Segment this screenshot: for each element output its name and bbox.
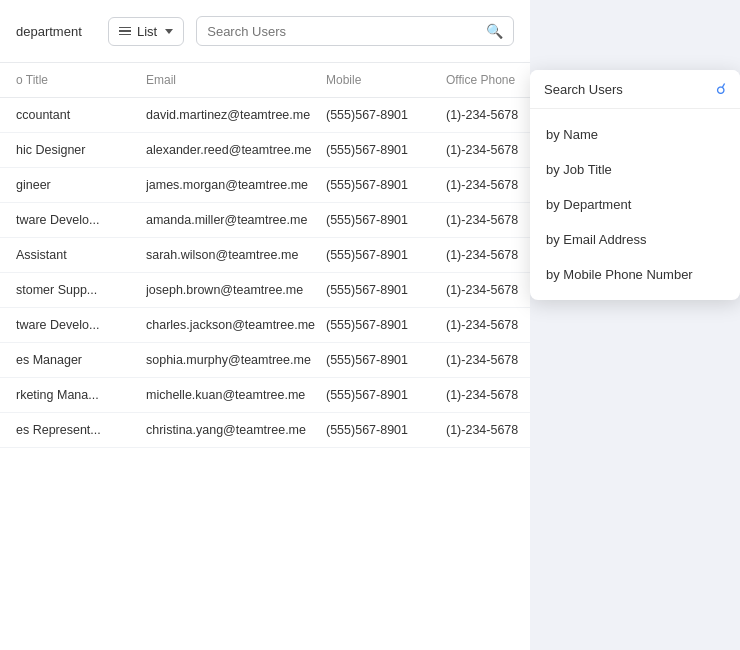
cell-office: (1)-234-5678 xyxy=(446,318,530,332)
dropdown-search-icon: ☌ xyxy=(716,80,726,98)
dropdown-header: Search Users ☌ xyxy=(530,70,740,109)
chevron-down-icon xyxy=(165,29,173,34)
cell-title: tware Develo... xyxy=(16,213,146,227)
cell-office: (1)-234-5678 xyxy=(446,108,530,122)
cell-mobile: (555)567-8901 xyxy=(326,178,446,192)
cell-office: (1)-234-5678 xyxy=(446,353,530,367)
cell-email: alexander.reed@teamtree.me xyxy=(146,143,326,157)
dropdown-item-1[interactable]: by Job Title xyxy=(530,152,740,187)
cell-mobile: (555)567-8901 xyxy=(326,143,446,157)
cell-mobile: (555)567-8901 xyxy=(326,423,446,437)
cell-email: amanda.miller@teamtree.me xyxy=(146,213,326,227)
table-row[interactable]: tware Develo... charles.jackson@teamtree… xyxy=(0,308,530,343)
cell-mobile: (555)567-8901 xyxy=(326,283,446,297)
cell-office: (1)-234-5678 xyxy=(446,143,530,157)
table-row[interactable]: es Manager sophia.murphy@teamtree.me (55… xyxy=(0,343,530,378)
table-row[interactable]: stomer Supp... joseph.brown@teamtree.me … xyxy=(0,273,530,308)
dropdown-item-3[interactable]: by Email Address xyxy=(530,222,740,257)
search-dropdown: Search Users ☌ by Nameby Job Titleby Dep… xyxy=(530,70,740,300)
dropdown-item-4[interactable]: by Mobile Phone Number xyxy=(530,257,740,292)
cell-title: es Manager xyxy=(16,353,146,367)
search-icon: 🔍 xyxy=(486,23,503,39)
table-rows-container: ccountant david.martinez@teamtree.me (55… xyxy=(0,98,530,638)
main-panel: department List 🔍 o Title Email Mobile O… xyxy=(0,0,530,650)
cell-title: gineer xyxy=(16,178,146,192)
col-header-email: Email xyxy=(146,73,326,87)
cell-email: david.martinez@teamtree.me xyxy=(146,108,326,122)
dropdown-search-label: Search Users xyxy=(544,82,716,97)
cell-title: stomer Supp... xyxy=(16,283,146,297)
col-header-office: Office Phone xyxy=(446,73,530,87)
cell-office: (1)-234-5678 xyxy=(446,388,530,402)
dept-label: department xyxy=(16,24,96,39)
col-header-title: o Title xyxy=(16,73,146,87)
table-row[interactable]: es Represent... christina.yang@teamtree.… xyxy=(0,413,530,448)
table-row[interactable]: hic Designer alexander.reed@teamtree.me … xyxy=(0,133,530,168)
col-header-mobile: Mobile xyxy=(326,73,446,87)
cell-email: christina.yang@teamtree.me xyxy=(146,423,326,437)
cell-mobile: (555)567-8901 xyxy=(326,213,446,227)
cell-title: ccountant xyxy=(16,108,146,122)
table-row[interactable]: gineer james.morgan@teamtree.me (555)567… xyxy=(0,168,530,203)
cell-email: sophia.murphy@teamtree.me xyxy=(146,353,326,367)
table-row[interactable]: Assistant sarah.wilson@teamtree.me (555)… xyxy=(0,238,530,273)
cell-mobile: (555)567-8901 xyxy=(326,318,446,332)
cell-title: rketing Mana... xyxy=(16,388,146,402)
cell-title: es Represent... xyxy=(16,423,146,437)
cell-email: joseph.brown@teamtree.me xyxy=(146,283,326,297)
cell-mobile: (555)567-8901 xyxy=(326,388,446,402)
cell-office: (1)-234-5678 xyxy=(446,213,530,227)
search-bar[interactable]: 🔍 xyxy=(196,16,514,46)
cell-mobile: (555)567-8901 xyxy=(326,248,446,262)
cell-mobile: (555)567-8901 xyxy=(326,108,446,122)
cell-email: james.morgan@teamtree.me xyxy=(146,178,326,192)
list-lines-icon xyxy=(119,27,131,36)
dropdown-item-2[interactable]: by Department xyxy=(530,187,740,222)
dropdown-menu: by Nameby Job Titleby Departmentby Email… xyxy=(530,109,740,300)
list-toggle-button[interactable]: List xyxy=(108,17,184,46)
table-row[interactable]: ccountant david.martinez@teamtree.me (55… xyxy=(0,98,530,133)
search-input[interactable] xyxy=(207,24,486,39)
cell-title: hic Designer xyxy=(16,143,146,157)
cell-email: michelle.kuan@teamtree.me xyxy=(146,388,326,402)
cell-email: sarah.wilson@teamtree.me xyxy=(146,248,326,262)
table-header: o Title Email Mobile Office Phone xyxy=(0,63,530,98)
cell-title: Assistant xyxy=(16,248,146,262)
cell-office: (1)-234-5678 xyxy=(446,423,530,437)
cell-email: charles.jackson@teamtree.me xyxy=(146,318,326,332)
dropdown-item-0[interactable]: by Name xyxy=(530,117,740,152)
cell-title: tware Develo... xyxy=(16,318,146,332)
cell-mobile: (555)567-8901 xyxy=(326,353,446,367)
cell-office: (1)-234-5678 xyxy=(446,283,530,297)
table-row[interactable]: tware Develo... amanda.miller@teamtree.m… xyxy=(0,203,530,238)
list-label: List xyxy=(137,24,157,39)
table-row[interactable]: rketing Mana... michelle.kuan@teamtree.m… xyxy=(0,378,530,413)
toolbar: department List 🔍 xyxy=(0,0,530,63)
cell-office: (1)-234-5678 xyxy=(446,248,530,262)
cell-office: (1)-234-5678 xyxy=(446,178,530,192)
